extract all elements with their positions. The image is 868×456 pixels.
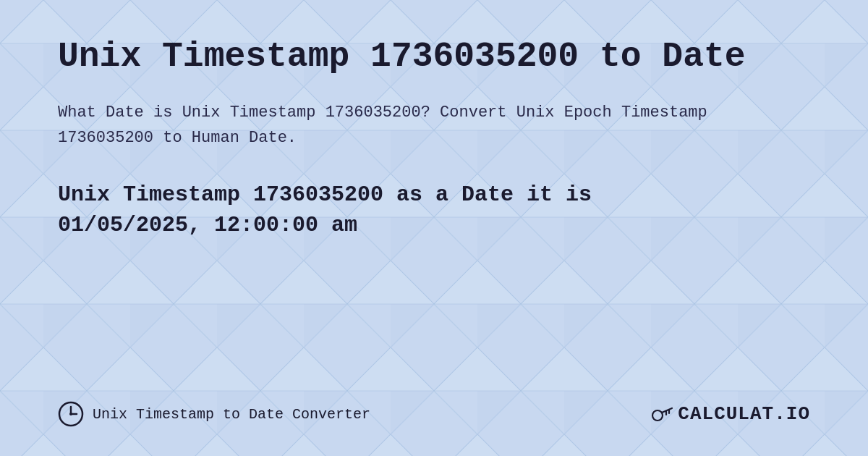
clock-icon	[58, 401, 84, 427]
result-text: Unix Timestamp 1736035200 as a Date it i…	[58, 180, 810, 240]
result-line1: Unix Timestamp 1736035200 as a Date it i…	[58, 182, 592, 207]
svg-point-10	[69, 413, 72, 415]
footer-label: Unix Timestamp to Date Converter	[93, 406, 370, 423]
description-text: What Date is Unix Timestamp 1736035200? …	[58, 100, 810, 151]
logo-text: CALCULAT.IO	[678, 403, 810, 425]
result-line2: 01/05/2025, 12:00:00 am	[58, 213, 357, 237]
svg-point-11	[652, 410, 663, 421]
footer-left: Unix Timestamp to Date Converter	[58, 401, 370, 427]
page-title: Unix Timestamp 1736035200 to Date	[58, 36, 810, 78]
footer: Unix Timestamp to Date Converter CALCULA…	[58, 387, 810, 427]
logo-icon	[650, 402, 673, 426]
result-section: Unix Timestamp 1736035200 as a Date it i…	[58, 180, 810, 240]
logo: CALCULAT.IO	[650, 402, 810, 426]
